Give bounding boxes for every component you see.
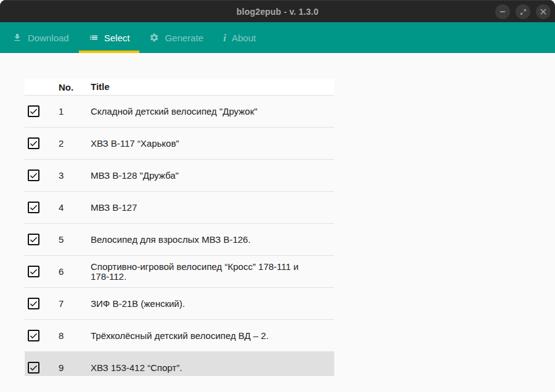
column-header-title: Title bbox=[91, 82, 334, 92]
row-number: 3 bbox=[59, 170, 91, 181]
minimize-icon bbox=[500, 9, 506, 15]
row-checkbox[interactable] bbox=[28, 202, 39, 213]
app-window: blog2epub - v. 1.3.0 bbox=[0, 0, 555, 392]
row-checkbox[interactable] bbox=[28, 234, 39, 245]
tab-select-label: Select bbox=[104, 33, 130, 43]
row-number: 7 bbox=[59, 298, 91, 309]
table-header-row: No. Title bbox=[25, 79, 334, 96]
table-row: 1 Складной детский велосипед "Дружок" bbox=[25, 96, 334, 128]
row-title: МВЗ В-127 bbox=[91, 203, 334, 213]
restore-button[interactable] bbox=[516, 4, 530, 19]
title-bar: blog2epub - v. 1.3.0 bbox=[0, 0, 555, 22]
info-icon: i bbox=[223, 33, 226, 43]
restore-icon bbox=[520, 9, 527, 15]
tab-download[interactable]: Download bbox=[2, 22, 79, 53]
row-number: 4 bbox=[59, 202, 91, 213]
row-title: ХВЗ В-117 “Харьков” bbox=[91, 139, 334, 149]
articles-table: No. Title 1 Складной детский велосипед "… bbox=[25, 79, 334, 376]
table-row: 7 ЗИФ В-21В (женский). bbox=[25, 288, 334, 320]
row-checkbox[interactable] bbox=[28, 266, 39, 277]
check-icon bbox=[29, 267, 38, 276]
table-row: 8 Трёхколёсный детский велосипед ВД – 2. bbox=[25, 320, 334, 352]
minimize-button[interactable] bbox=[495, 4, 510, 19]
close-icon bbox=[540, 9, 546, 15]
tab-generate-label: Generate bbox=[165, 33, 204, 43]
list-icon bbox=[89, 33, 99, 43]
row-title: Спортивно-игровой велосипед “Кросс” 178-… bbox=[91, 262, 334, 282]
row-title: ХВЗ 153-412 “Спорт”. bbox=[91, 363, 334, 373]
row-title: Складной детский велосипед "Дружок" bbox=[91, 107, 334, 116]
tab-select[interactable]: Select bbox=[79, 22, 140, 53]
check-icon bbox=[29, 139, 38, 148]
table-row: 9 ХВЗ 153-412 “Спорт”. bbox=[25, 352, 334, 376]
row-number: 1 bbox=[59, 106, 91, 116]
check-icon bbox=[29, 203, 38, 212]
row-checkbox[interactable] bbox=[28, 137, 39, 149]
row-number: 2 bbox=[59, 138, 91, 149]
check-icon bbox=[29, 363, 38, 372]
close-button[interactable] bbox=[536, 4, 551, 19]
gear-icon bbox=[149, 33, 159, 43]
check-icon bbox=[29, 299, 38, 308]
tab-bar: Download Select Generate i About bbox=[0, 22, 555, 53]
tab-generate[interactable]: Generate bbox=[139, 22, 213, 53]
tab-download-label: Download bbox=[28, 33, 69, 43]
row-title: МВЗ В-128 "Дружба" bbox=[91, 171, 334, 181]
row-checkbox[interactable] bbox=[28, 330, 39, 341]
check-icon bbox=[29, 171, 38, 180]
row-checkbox[interactable] bbox=[28, 298, 39, 309]
row-number: 8 bbox=[59, 330, 91, 341]
row-title: Трёхколёсный детский велосипед ВД – 2. bbox=[91, 331, 334, 341]
row-number: 6 bbox=[59, 266, 91, 277]
table-row: 2 ХВЗ В-117 “Харьков” bbox=[25, 128, 334, 160]
check-icon bbox=[29, 331, 38, 340]
window-controls bbox=[495, 1, 551, 23]
row-number: 5 bbox=[59, 234, 91, 245]
column-header-no: No. bbox=[59, 82, 91, 92]
table-row: 5 Велосипед для взрослых МВЗ В-126. bbox=[25, 224, 334, 256]
table-row: 4 МВЗ В-127 bbox=[25, 192, 334, 224]
row-number: 9 bbox=[59, 362, 91, 373]
window-title: blog2epub - v. 1.3.0 bbox=[237, 7, 319, 17]
download-icon bbox=[12, 33, 22, 43]
row-checkbox[interactable] bbox=[28, 362, 39, 374]
check-icon bbox=[29, 107, 38, 116]
row-checkbox[interactable] bbox=[28, 105, 39, 117]
table-row: 6 Спортивно-игровой велосипед “Кросс” 17… bbox=[25, 256, 334, 288]
row-title: Велосипед для взрослых МВЗ В-126. bbox=[91, 235, 334, 245]
row-title: ЗИФ В-21В (женский). bbox=[91, 299, 334, 309]
tab-about-label: About bbox=[232, 33, 256, 43]
table-row: 3 МВЗ В-128 "Дружба" bbox=[25, 160, 334, 192]
content-area: No. Title 1 Складной детский велосипед "… bbox=[0, 53, 555, 392]
row-checkbox[interactable] bbox=[28, 169, 39, 181]
tab-about[interactable]: i About bbox=[213, 22, 266, 53]
check-icon bbox=[29, 235, 38, 244]
